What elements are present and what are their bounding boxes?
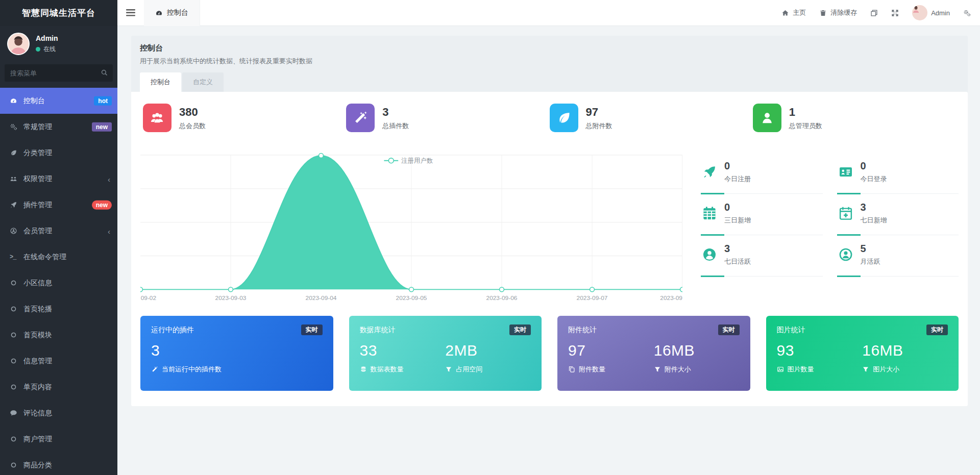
sidebar-item-goodscategory[interactable]: 商品分类 [0,452,117,475]
home-button[interactable]: 主页 [781,8,806,17]
id-card-icon [838,164,853,180]
calendar-plus-icon [838,206,853,221]
metric-label: 数据表数量 [371,365,404,374]
mini-label: 今日注册 [724,174,751,184]
realtime-badge: 实时 [926,324,948,335]
metric-label: 附件数量 [579,365,605,374]
rocket-icon [10,201,23,209]
metric-label: 占用空间 [456,365,482,374]
new-badge: new [92,122,112,131]
mini-three-day-new: 0 三日新增 [701,194,823,235]
stat-label: 总附件数 [586,121,612,131]
window-switch-icon[interactable] [870,9,878,17]
sidebar-item-label: 权限管理 [23,174,52,184]
circle-icon [10,383,23,391]
sidebar-item-community[interactable]: 小区信息 [0,270,117,296]
sidebar: 智慧同城生活平台 Admin 在线 控制台 hot [0,0,117,475]
sidebar-item-auth[interactable]: 权限管理 ‹ [0,166,117,192]
sidebar-item-info[interactable]: 信息管理 [0,348,117,374]
chevron-left-icon: ‹ [108,227,110,235]
topbar-tab-dashboard[interactable]: 控制台 [144,0,200,26]
trash-icon [819,9,827,17]
page-content: 控制台 用于展示当前系统中的统计数据、统计报表及重要实时数据 控制台 自定义 [117,26,980,475]
sidebar-item-singlepage[interactable]: 单页内容 [0,374,117,400]
area-chart: 注册用户数 09-02 2023-09-03 2023-09-04 2023-0… [140,153,682,304]
circle-icon [10,279,23,287]
metric-label: 图片数量 [788,365,814,374]
svg-text:2023-09-04: 2023-09-04 [306,294,337,302]
tab-custom[interactable]: 自定义 [182,72,224,92]
chart-legend[interactable]: 注册用户数 [384,157,433,164]
sidebar-item-dashboard[interactable]: 控制台 hot [0,88,117,114]
fullscreen-icon[interactable] [891,9,899,17]
stat-label: 总管理员数 [789,121,822,131]
sidebar-item-command[interactable]: >_ 在线命令管理 [0,244,117,270]
stat-value: 97 [586,106,612,119]
home-label: 主页 [793,8,806,17]
search-icon [101,69,108,79]
mini-value: 5 [861,243,880,255]
home-icon [781,9,789,17]
search-input[interactable] [5,64,113,82]
svg-text:2023-09-05: 2023-09-05 [396,294,427,302]
sidebar-item-homemodule[interactable]: 首页模块 [0,322,117,348]
realtime-cards: 运行中的插件 实时 3 当前运行中的插件数 [140,316,959,391]
metric-value: 97 [568,342,654,359]
mini-stats: 0 今日注册 0 今日登录 0 [701,153,959,304]
database-icon [360,366,367,373]
svg-text:2023-09-06: 2023-09-06 [486,294,518,302]
mini-label: 三日新增 [724,216,751,225]
gear-cluster-icon[interactable] [963,9,971,17]
sidebar-item-label: 首页模块 [23,331,52,340]
metric-label: 图片大小 [873,365,899,374]
circle-icon [10,305,23,313]
circle-icon [10,331,23,339]
tab-content: 380 总会员数 3 总插件数 [131,92,968,406]
comment-icon [10,409,23,417]
panel-tabs: 控制台 自定义 [140,72,959,92]
leaf-icon [550,104,578,132]
sidebar-item-label: 商户管理 [23,435,52,444]
sidebar-item-label: 插件管理 [23,201,52,210]
mini-month-active: 5 月活跃 [837,235,959,277]
realtime-badge: 实时 [718,324,740,335]
sidebar-item-label: 评论信息 [23,409,52,418]
rocket-icon [702,164,717,180]
sidebar-item-addon[interactable]: 插件管理 new [0,192,117,218]
mini-value: 0 [861,160,887,172]
sidebar-item-general[interactable]: 常规管理 new [0,114,117,140]
sidebar-item-comment[interactable]: 评论信息 [0,400,117,426]
dashboard-panel: 控制台 用于展示当前系统中的统计数据、统计报表及重要实时数据 控制台 自定义 [131,36,968,406]
sidebar-nav: 控制台 hot 常规管理 new 分类管理 权限管理 ‹ 插件管理 new [0,88,117,475]
new-badge: new [92,200,112,209]
sidebar-item-banner[interactable]: 首页轮播 [0,296,117,322]
stat-total-attachments: 97 总附件数 [550,104,753,132]
user-circle-outline-icon [838,247,853,262]
avatar [7,33,30,55]
x-axis-labels: 09-02 2023-09-03 2023-09-04 2023-09-05 2… [141,294,682,302]
sidebar-item-member[interactable]: 会员管理 ‹ [0,218,117,244]
mini-today-login: 0 今日登录 [837,153,959,194]
clear-cache-button[interactable]: 清除缓存 [819,8,857,17]
sidebar-item-label: 常规管理 [23,122,52,132]
stats-row: 380 总会员数 3 总插件数 [140,104,959,132]
card-title: 数据库统计 [360,326,396,335]
stat-total-members: 380 总会员数 [143,104,346,132]
hamburger-icon[interactable] [117,0,144,26]
admin-menu[interactable]: Admin [912,5,950,20]
mini-seven-day-active: 3 七日活跃 [701,235,823,277]
tab-dashboard[interactable]: 控制台 [140,72,181,92]
metric-label: 附件大小 [665,365,691,374]
sidebar-item-merchant[interactable]: 商户管理 [0,426,117,452]
circle-icon [10,461,23,469]
card-database-stats: 数据库统计 实时 33 数据表数量 [349,316,542,391]
registered-users-chart: 注册用户数 09-02 2023-09-03 2023-09-04 2023-0… [140,153,682,304]
sidebar-item-category[interactable]: 分类管理 [0,140,117,166]
stat-label: 总会员数 [179,121,206,131]
sidebar-user-panel[interactable]: Admin 在线 [0,26,117,60]
users-icon [10,175,23,183]
online-dot-icon [36,47,40,52]
sidebar-item-label: 小区信息 [23,279,52,288]
card-running-addons: 运行中的插件 实时 3 当前运行中的插件数 [140,316,333,391]
sidebar-item-label: 控制台 [23,96,45,106]
